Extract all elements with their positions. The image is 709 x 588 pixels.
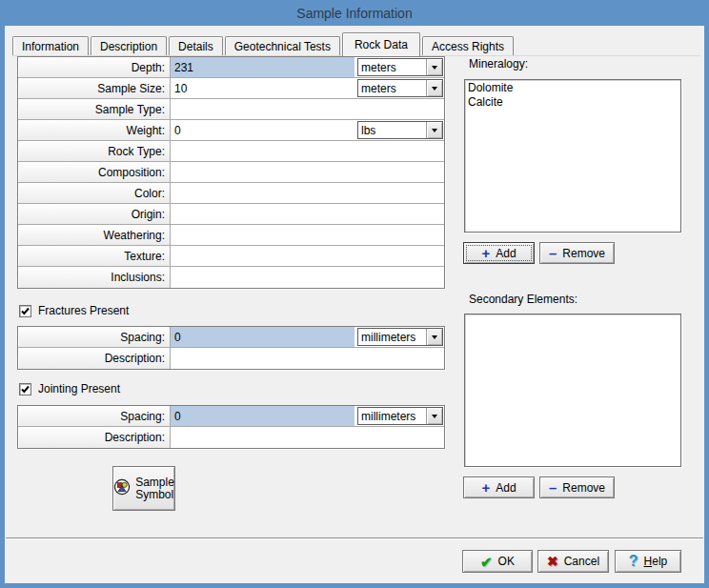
jointing-spacing-input[interactable]: 0	[171, 406, 354, 426]
form-row-sample-type: Sample Type:	[18, 99, 444, 120]
origin-input[interactable]	[171, 204, 444, 224]
jointing-spacing-label: Spacing:	[18, 406, 171, 426]
chevron-down-icon[interactable]	[426, 80, 442, 96]
chevron-down-icon[interactable]	[426, 329, 442, 345]
help-label: Help	[644, 555, 668, 568]
weight-label: Weight:	[18, 120, 171, 140]
plus-icon: +	[481, 480, 490, 495]
fracture-spacing-unit-value: millimeters	[358, 329, 426, 345]
tab-information[interactable]: Information	[12, 36, 89, 55]
texture-input[interactable]	[171, 246, 444, 266]
fracture-spacing-unit-select[interactable]: millimeters	[357, 328, 443, 346]
composition-input[interactable]	[171, 162, 444, 182]
tab-description[interactable]: Description	[91, 36, 167, 55]
chevron-down-icon[interactable]	[426, 59, 442, 75]
fracture-description-input[interactable]	[171, 348, 444, 369]
form-row-inclusions: Inclusions:	[18, 267, 444, 288]
jointing-table: Spacing: 0 millimeters Description:	[17, 405, 445, 449]
remove-label: Remove	[562, 247, 605, 260]
mineralogy-listbox[interactable]: Dolomite Calcite	[464, 79, 681, 233]
sample-size-input[interactable]: 10	[171, 78, 354, 98]
sample-symbol-button[interactable]: Sample Symbol	[112, 466, 175, 511]
jointing-description-label: Description:	[18, 427, 171, 448]
weathering-input[interactable]	[171, 225, 444, 245]
tab-label: Access Rights	[432, 40, 504, 53]
help-label-rest: elp	[652, 555, 667, 568]
secondary-elements-remove-button[interactable]: – Remove	[539, 476, 615, 498]
origin-label: Origin:	[18, 204, 171, 224]
weight-input[interactable]: 0	[171, 120, 354, 140]
depth-unit-value: meters	[358, 59, 426, 75]
sample-size-unit-select[interactable]: meters	[357, 79, 443, 97]
color-label: Color:	[18, 183, 171, 203]
sample-information-dialog: Sample Information Information Descripti…	[0, 0, 709, 588]
rock-type-input[interactable]	[171, 141, 444, 161]
inclusions-input[interactable]	[171, 267, 444, 288]
tab-geotechnical-tests[interactable]: Geotechnical Tests	[225, 36, 340, 55]
add-label: Add	[496, 481, 516, 495]
jointing-spacing-row: Spacing: 0 millimeters	[18, 406, 444, 427]
minus-icon: –	[549, 246, 557, 260]
plus-icon: +	[481, 246, 490, 260]
fracture-description-row: Description:	[18, 348, 444, 369]
sample-symbol-line2: Symbol	[135, 488, 173, 501]
chevron-down-icon[interactable]	[426, 408, 442, 424]
fractures-present-checkbox[interactable]: Fractures Present	[19, 304, 129, 317]
window-title: Sample Information	[296, 6, 412, 21]
chevron-down-icon[interactable]	[426, 122, 442, 138]
list-item[interactable]: Calcite	[467, 95, 680, 110]
color-input[interactable]	[171, 183, 444, 203]
tab-label: Rock Data	[354, 38, 408, 51]
weathering-label: Weathering:	[18, 225, 171, 245]
jointing-present-checkbox[interactable]: Jointing Present	[19, 382, 120, 395]
composition-label: Composition:	[18, 162, 171, 182]
titlebar[interactable]: Sample Information	[0, 0, 709, 26]
jointing-description-input[interactable]	[171, 427, 444, 448]
minus-icon: –	[549, 480, 557, 495]
jointing-present-label: Jointing Present	[38, 382, 120, 395]
tab-bar: Information Description Details Geotechn…	[12, 32, 700, 56]
ok-label: OK	[498, 555, 515, 568]
sample-symbol-icon	[113, 478, 131, 498]
check-icon: ✔	[480, 555, 493, 569]
fracture-spacing-row: Spacing: 0 millimeters	[18, 327, 444, 348]
question-icon: ?	[629, 554, 638, 569]
sample-type-input[interactable]	[171, 99, 444, 119]
x-icon: ✖	[547, 555, 558, 568]
mineralogy-add-button[interactable]: + Add	[463, 242, 535, 264]
tab-label: Details	[178, 40, 213, 53]
weight-unit-select[interactable]: lbs	[357, 121, 443, 139]
secondary-elements-label: Secondary Elements:	[469, 293, 577, 306]
fractures-present-label: Fractures Present	[38, 304, 129, 317]
rock-data-form-table: Depth: 231 meters Sample Size: 10 meters…	[17, 56, 445, 289]
tab-rock-data[interactable]: Rock Data	[342, 32, 420, 56]
jointing-spacing-unit-select[interactable]: millimeters	[357, 407, 443, 425]
sample-type-label: Sample Type:	[18, 99, 171, 119]
secondary-elements-listbox[interactable]	[464, 314, 681, 467]
tab-label: Geotechnical Tests	[234, 40, 331, 53]
depth-label: Depth:	[18, 57, 171, 77]
fracture-spacing-label: Spacing:	[18, 327, 171, 347]
cancel-label: Cancel	[564, 555, 599, 568]
depth-input[interactable]: 231	[171, 57, 354, 77]
fractures-table: Spacing: 0 millimeters Description:	[17, 326, 445, 370]
help-button[interactable]: ? Help	[615, 550, 681, 573]
secondary-elements-add-button[interactable]: + Add	[463, 476, 535, 498]
mineralogy-remove-button[interactable]: – Remove	[539, 242, 615, 264]
depth-unit-select[interactable]: meters	[357, 58, 443, 76]
mineralogy-label: Mineralogy:	[469, 57, 528, 71]
footer-separator	[6, 537, 703, 539]
texture-label: Texture:	[18, 246, 171, 266]
check-icon[interactable]	[19, 383, 31, 395]
list-item[interactable]: Dolomite	[467, 81, 680, 95]
fracture-spacing-input[interactable]: 0	[171, 327, 354, 347]
tab-access-rights[interactable]: Access Rights	[422, 36, 514, 55]
check-icon[interactable]	[19, 305, 31, 317]
cancel-button[interactable]: ✖ Cancel	[537, 550, 609, 573]
form-row-weathering: Weathering:	[18, 225, 444, 246]
tab-details[interactable]: Details	[169, 36, 223, 55]
ok-button[interactable]: ✔ OK	[462, 550, 533, 573]
weight-unit-value: lbs	[358, 122, 426, 138]
inclusions-label: Inclusions:	[18, 267, 171, 288]
rock-type-label: Rock Type:	[18, 141, 171, 161]
